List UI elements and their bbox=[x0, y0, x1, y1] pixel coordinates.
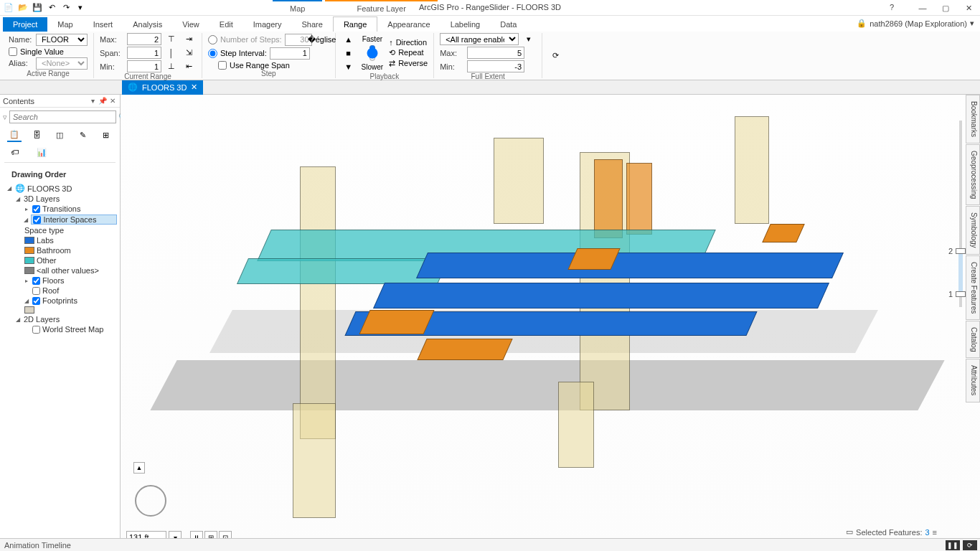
layer-roof[interactable]: Roof bbox=[3, 286, 117, 296]
play-icon[interactable]: ■ bbox=[341, 47, 356, 59]
status-refresh-button[interactable]: ⟳ bbox=[963, 540, 977, 550]
expand-icon[interactable]: ◢ bbox=[6, 185, 13, 192]
tab-map[interactable]: Map bbox=[47, 17, 83, 32]
map-tab-floors3d[interactable]: 🌐 FLOORS 3D ✕ bbox=[122, 80, 203, 95]
dock-tab-create-features[interactable]: Create Features bbox=[966, 255, 980, 320]
expand-icon[interactable]: ◢ bbox=[14, 316, 22, 323]
num-steps-radio[interactable] bbox=[208, 35, 217, 44]
status-pause-button[interactable]: ❚❚ bbox=[946, 540, 960, 550]
cr-span-ext-icon[interactable]: ⇲ bbox=[182, 47, 196, 59]
help-icon[interactable]: ? bbox=[890, 3, 894, 11]
compass-navigator[interactable] bbox=[135, 485, 166, 517]
list-source-icon[interactable]: 🗄 bbox=[30, 128, 44, 142]
tab-appearance[interactable]: Appearance bbox=[377, 17, 440, 32]
undo-icon[interactable]: ↶ bbox=[46, 2, 57, 14]
expand-icon[interactable]: ◢ bbox=[23, 297, 30, 304]
layer-transitions[interactable]: ▸ Transitions bbox=[3, 204, 117, 214]
scene-node[interactable]: ◢ 🌐 FLOORS 3D bbox=[3, 183, 117, 194]
tab-labeling[interactable]: Labeling bbox=[440, 17, 491, 32]
layer-world-street-map[interactable]: World Street Map bbox=[3, 324, 117, 334]
expand-icon[interactable]: ◢ bbox=[14, 195, 22, 202]
viewport-up-button[interactable]: ▲ bbox=[133, 462, 145, 474]
step-interval-radio[interactable] bbox=[208, 49, 217, 58]
num-steps-spinner-icon[interactable]: �église bbox=[315, 34, 329, 46]
full-extent-layer-select[interactable]: <All range enabled data> bbox=[440, 33, 519, 45]
legend-other[interactable]: Other bbox=[3, 255, 117, 265]
name-select[interactable]: FLOOR bbox=[36, 34, 88, 46]
save-icon[interactable]: 💾 bbox=[32, 2, 43, 14]
list-snapping-icon[interactable]: ⊞ bbox=[98, 128, 113, 142]
direction-up-icon[interactable]: ↑ bbox=[389, 38, 393, 47]
context-tab-map[interactable]: Map bbox=[273, 0, 322, 16]
dock-tab-geoprocessing[interactable]: Geoprocessing bbox=[966, 144, 980, 205]
expand-icon[interactable]: ◢ bbox=[23, 216, 29, 223]
speed-slider[interactable] bbox=[368, 44, 377, 62]
tab-project[interactable]: Project bbox=[3, 17, 47, 32]
step-back-icon[interactable]: ▲ bbox=[341, 33, 356, 45]
layer-footprints[interactable]: ◢ Footprints bbox=[3, 296, 117, 306]
map-tab-close-icon[interactable]: ✕ bbox=[191, 83, 197, 92]
use-range-span-checkbox[interactable] bbox=[218, 61, 227, 70]
tab-edit[interactable]: Edit bbox=[209, 17, 243, 32]
dock-tab-bookmarks[interactable]: Bookmarks bbox=[966, 95, 980, 143]
layers3d-node[interactable]: ◢ 3D Layers bbox=[3, 194, 117, 204]
close-button[interactable]: ✕ bbox=[957, 0, 980, 16]
list-selection-icon[interactable]: ◫ bbox=[53, 128, 67, 142]
list-labeling-icon[interactable]: 🏷 bbox=[7, 145, 22, 159]
single-value-checkbox[interactable] bbox=[9, 47, 17, 56]
tab-imagery[interactable]: Imagery bbox=[243, 17, 292, 32]
user-dropdown-icon[interactable]: ▾ bbox=[970, 19, 974, 28]
qat-dropdown-icon[interactable]: ▾ bbox=[75, 2, 86, 14]
pane-menu-icon[interactable]: ▾ bbox=[88, 97, 97, 105]
redo-icon[interactable]: ↷ bbox=[60, 2, 72, 14]
expand-icon[interactable] bbox=[23, 287, 30, 294]
cr-span-input[interactable] bbox=[127, 47, 161, 59]
cr-max-lock-icon[interactable]: ⊤ bbox=[164, 33, 179, 45]
signed-in-user[interactable]: 🔒 nath2869 (Map Exploration) ▾ bbox=[857, 19, 974, 28]
legend-bathroom[interactable]: Bathroom bbox=[3, 245, 117, 255]
full-extent-dropdown-icon[interactable]: ▾ bbox=[522, 33, 536, 45]
list-chart-icon[interactable]: 📊 bbox=[34, 145, 49, 159]
cr-max-input[interactable] bbox=[127, 33, 161, 45]
dock-tab-symbology[interactable]: Symbology bbox=[966, 206, 980, 254]
filter-icon[interactable]: ▿ bbox=[3, 113, 7, 122]
cr-min-input[interactable] bbox=[127, 60, 161, 72]
layer-floors[interactable]: ▸ Floors bbox=[3, 276, 117, 286]
step-interval-input[interactable] bbox=[270, 47, 310, 60]
map-viewport[interactable]: ▲ ▾ ⏸ ⊞ ⊡ 2 1 ▭ Selected Features: 3 ≡ bbox=[121, 95, 980, 551]
roof-checkbox[interactable] bbox=[32, 287, 40, 295]
cr-min-lock-icon[interactable]: ⊥ bbox=[164, 60, 179, 72]
cr-min-ext-icon[interactable]: ⇤ bbox=[182, 60, 196, 72]
expand-icon[interactable] bbox=[23, 326, 30, 333]
expand-icon[interactable]: ▸ bbox=[23, 205, 30, 212]
dock-tab-attributes[interactable]: Attributes bbox=[966, 359, 980, 402]
layer-interior-spaces[interactable]: ◢ Interior Spaces bbox=[3, 214, 117, 225]
pane-pin-icon[interactable]: 📌 bbox=[98, 97, 107, 105]
legend-allother[interactable]: <all other values> bbox=[3, 265, 117, 276]
selected-features-menu-icon[interactable]: ≡ bbox=[933, 528, 937, 537]
world-street-checkbox[interactable] bbox=[32, 326, 40, 334]
legend-labs[interactable]: Labs bbox=[3, 235, 117, 245]
floors-checkbox[interactable] bbox=[32, 277, 40, 285]
layers2d-node[interactable]: ◢ 2D Layers bbox=[3, 314, 117, 324]
expand-icon[interactable]: ▸ bbox=[23, 277, 30, 284]
cr-max-ext-icon[interactable]: ⇥ bbox=[182, 33, 196, 45]
transitions-checkbox[interactable] bbox=[32, 205, 40, 213]
animation-timeline-label[interactable]: Animation Timeline bbox=[4, 541, 71, 550]
range-handle-bottom[interactable] bbox=[956, 291, 966, 297]
repeat-icon[interactable]: ⟲ bbox=[389, 48, 395, 57]
list-drawing-order-icon[interactable]: 📋 bbox=[7, 128, 22, 142]
alias-select[interactable]: <None> bbox=[36, 57, 88, 70]
step-fwd-icon[interactable]: ▼ bbox=[341, 60, 356, 72]
list-editing-icon[interactable]: ✎ bbox=[75, 128, 90, 142]
tab-analysis[interactable]: Analysis bbox=[123, 17, 172, 32]
interior-spaces-checkbox[interactable] bbox=[33, 216, 41, 224]
tab-data[interactable]: Data bbox=[490, 17, 527, 32]
tab-insert[interactable]: Insert bbox=[83, 17, 123, 32]
maximize-button[interactable]: ▢ bbox=[934, 0, 957, 16]
dock-tab-catalog[interactable]: Catalog bbox=[966, 321, 980, 358]
contents-search-input[interactable] bbox=[9, 110, 116, 123]
refresh-extent-icon[interactable]: ⟳ bbox=[548, 50, 562, 62]
range-slider[interactable]: 2 1 bbox=[956, 121, 966, 307]
selected-features-readout[interactable]: ▭ Selected Features: 3 ≡ bbox=[846, 527, 937, 537]
